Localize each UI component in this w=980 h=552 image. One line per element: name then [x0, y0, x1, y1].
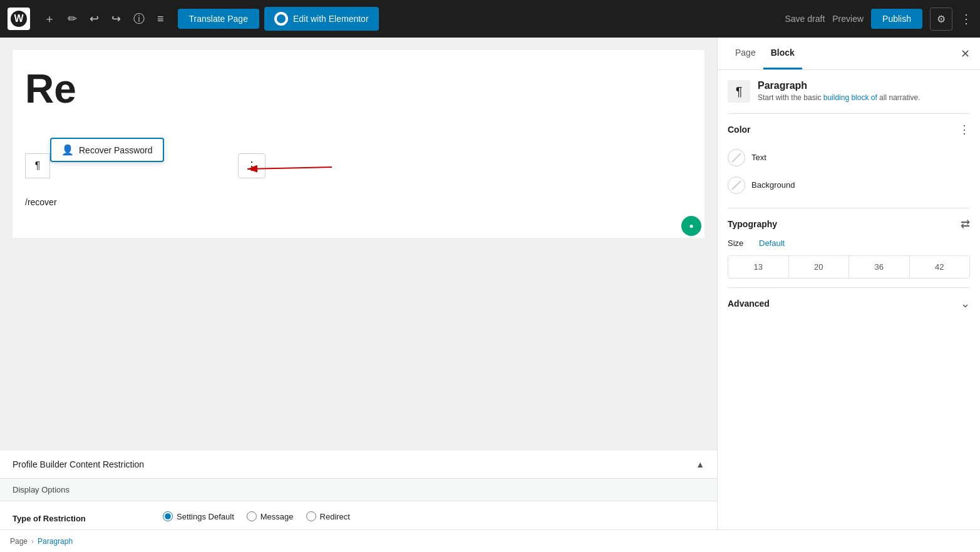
advanced-header: Advanced ⌄ — [728, 297, 970, 310]
font-size-13[interactable]: 13 — [728, 256, 789, 278]
typography-header: Typography ⇄ — [728, 217, 970, 231]
font-sizes-grid: 13 20 36 42 — [728, 255, 970, 279]
publish-button[interactable]: Publish — [871, 9, 922, 29]
restriction-radio-group: Settings Default Message Redirect — [163, 511, 704, 521]
type-restriction-controls: Settings Default Message Redirect — [163, 511, 704, 521]
page-canvas: Re ¶ 👤 Recover Password ⋮ — [13, 50, 704, 238]
section-header: Profile Builder Content Restriction ▲ — [0, 451, 717, 479]
undo-button[interactable]: ↩ — [86, 8, 103, 29]
font-size-36[interactable]: 36 — [849, 256, 910, 278]
elementor-icon — [274, 12, 288, 26]
add-block-button[interactable]: ＋ — [40, 8, 59, 30]
list-view-button[interactable]: ≡ — [153, 9, 168, 29]
advanced-section: Advanced ⌄ — [728, 287, 970, 319]
message-option[interactable]: Message — [247, 511, 294, 521]
background-color-swatch[interactable] — [728, 176, 745, 194]
font-size-row: Size Default — [728, 238, 970, 248]
background-color-row: Background — [728, 171, 970, 199]
building-block-link[interactable]: building block of — [823, 93, 877, 102]
font-size-20[interactable]: 20 — [789, 256, 850, 278]
edit-with-elementor-button[interactable]: Edit with Elementor — [264, 7, 379, 31]
text-color-row: Text — [728, 144, 970, 171]
settings-default-option[interactable]: Settings Default — [163, 511, 234, 521]
block-name: Paragraph — [758, 80, 920, 91]
right-panel: Page Block ✕ ¶ Paragraph Start with the … — [717, 38, 980, 552]
breadcrumb-paragraph[interactable]: Paragraph — [38, 537, 73, 546]
text-color-swatch[interactable] — [728, 149, 745, 166]
preview-button[interactable]: Preview — [832, 14, 864, 24]
block-description: Start with the basic building block of a… — [758, 93, 920, 103]
advanced-title: Advanced — [728, 299, 770, 309]
panel-tabs: Page Block ✕ — [718, 38, 980, 70]
background-color-label: Background — [751, 180, 795, 190]
panel-content: ¶ Paragraph Start with the basic buildin… — [718, 70, 980, 329]
panel-tabs-left: Page Block — [728, 38, 802, 69]
breadcrumb-separator: › — [31, 537, 34, 546]
recover-password-block[interactable]: 👤 Recover Password — [50, 138, 164, 162]
translate-page-button[interactable]: Translate Page — [178, 9, 259, 29]
redo-button[interactable]: ↪ — [108, 8, 125, 29]
main-content-wrap: Re ¶ 👤 Recover Password ⋮ — [0, 38, 980, 552]
typography-controls-button[interactable]: ⇄ — [961, 217, 970, 231]
main-layout: Re ¶ 👤 Recover Password ⋮ — [0, 38, 980, 552]
user-icon: 👤 — [61, 144, 74, 156]
block-paragraph-icon: ¶ — [728, 80, 750, 103]
color-section-title: Color — [728, 125, 751, 135]
advanced-toggle-button[interactable]: ⌄ — [961, 297, 970, 310]
breadcrumb-page[interactable]: Page — [10, 537, 28, 546]
wp-logo-icon: W — [11, 11, 27, 27]
typography-title: Typography — [728, 219, 777, 229]
save-draft-button[interactable]: Save draft — [785, 14, 825, 24]
message-radio[interactable] — [247, 511, 257, 521]
display-options-subheader: Display Options — [0, 479, 717, 501]
recover-path-text: /recover — [25, 197, 57, 207]
settings-default-radio[interactable] — [163, 511, 173, 521]
wp-logo[interactable]: W — [8, 8, 30, 30]
settings-button[interactable]: ⚙ — [930, 8, 952, 31]
size-value-button[interactable]: Default — [759, 238, 785, 248]
text-color-label: Text — [751, 153, 766, 162]
block-more-options-button[interactable]: ⋮ — [238, 153, 266, 178]
paragraph-icon-box[interactable]: ¶ — [25, 153, 50, 178]
redirect-radio[interactable] — [306, 511, 316, 521]
status-indicator: ● — [681, 216, 701, 236]
redirect-option[interactable]: Redirect — [306, 511, 350, 521]
edit-tool-button[interactable]: ✏ — [64, 8, 81, 29]
toolbar-right: Save draft Preview Publish ⚙ ⋮ — [785, 8, 972, 31]
block-info: ¶ Paragraph Start with the basic buildin… — [728, 80, 970, 103]
tab-block[interactable]: Block — [763, 38, 802, 69]
bottom-bar: Page › Paragraph — [0, 529, 980, 552]
big-text: Re — [25, 69, 76, 109]
info-button[interactable]: ⓘ — [130, 8, 148, 30]
tab-page[interactable]: Page — [728, 38, 763, 69]
toolbar: W ＋ ✏ ↩ ↪ ⓘ ≡ Translate Page Edit with E… — [0, 0, 980, 38]
typography-section: Typography ⇄ Size Default 13 20 36 42 — [728, 208, 970, 287]
more-options-button[interactable]: ⋮ — [960, 11, 972, 26]
block-info-text: Paragraph Start with the basic building … — [758, 80, 920, 103]
color-section-menu-button[interactable]: ⋮ — [959, 123, 970, 136]
type-restriction-label: Type of Restriction — [13, 511, 150, 523]
panel-close-button[interactable]: ✕ — [961, 47, 970, 61]
editor-wrapper[interactable]: Re ¶ 👤 Recover Password ⋮ — [0, 38, 717, 552]
section-collapse-button[interactable]: ▲ — [696, 459, 704, 469]
font-size-42[interactable]: 42 — [910, 256, 970, 278]
color-section-header: Color ⋮ — [728, 123, 970, 136]
section-title: Profile Builder Content Restriction — [13, 459, 144, 469]
size-label: Size — [728, 238, 753, 248]
editor-inner: Re ¶ 👤 Recover Password ⋮ — [0, 50, 717, 552]
color-section: Color ⋮ Text Background — [728, 113, 970, 208]
